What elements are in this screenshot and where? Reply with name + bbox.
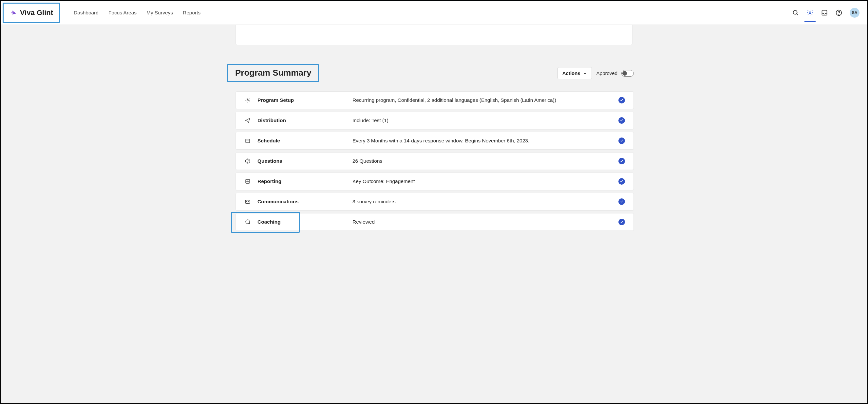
status-complete-icon xyxy=(618,178,625,184)
nav-utility-icons: SA xyxy=(792,8,860,18)
row-title: Reporting xyxy=(257,178,352,184)
row-communications[interactable]: Communications 3 survey reminders xyxy=(236,193,634,210)
approved-label: Approved xyxy=(596,70,617,76)
row-title: Communications xyxy=(257,199,352,205)
status-complete-icon xyxy=(618,97,625,103)
actions-dropdown-button[interactable]: Actions xyxy=(557,67,592,79)
nav-reports[interactable]: Reports xyxy=(183,10,200,16)
search-icon[interactable] xyxy=(792,9,799,16)
chevron-down-icon xyxy=(583,71,587,75)
row-title: Distribution xyxy=(257,117,352,124)
row-detail: 26 Questions xyxy=(352,158,618,164)
inbox-icon[interactable] xyxy=(821,9,828,16)
chat-icon xyxy=(244,219,251,225)
bar-chart-icon xyxy=(244,178,251,184)
brand-name: Viva Glint xyxy=(20,8,53,17)
row-title: Schedule xyxy=(257,138,352,144)
previous-section-card-bottom xyxy=(236,25,632,45)
row-coaching-highlight-wrap: Coaching Reviewed xyxy=(236,213,634,231)
nav-my-surveys[interactable]: My Surveys xyxy=(147,10,173,16)
calendar-icon xyxy=(244,137,251,144)
row-detail: Every 3 Months with a 14-days response w… xyxy=(352,138,618,144)
avatar-initials: SA xyxy=(852,10,858,15)
question-icon xyxy=(244,158,251,164)
mail-icon xyxy=(244,198,251,205)
row-title: Questions xyxy=(257,158,352,164)
settings-gear-icon[interactable] xyxy=(806,9,814,16)
row-program-setup[interactable]: Program Setup Recurring program, Confide… xyxy=(236,91,634,109)
program-summary-title-highlight: Program Summary xyxy=(227,64,319,82)
toggle-knob xyxy=(622,71,627,76)
status-complete-icon xyxy=(618,198,625,205)
row-distribution[interactable]: Distribution Include: Test (1) xyxy=(236,112,634,129)
svg-point-2 xyxy=(809,12,811,14)
row-detail: Recurring program, Confidential, 2 addit… xyxy=(352,97,618,103)
svg-rect-3 xyxy=(822,10,827,15)
nav-links: Dashboard Focus Areas My Surveys Reports xyxy=(74,10,200,16)
row-schedule[interactable]: Schedule Every 3 Months with a 14-days r… xyxy=(236,132,634,149)
top-navbar: Viva Glint Dashboard Focus Areas My Surv… xyxy=(1,1,867,25)
nav-dashboard[interactable]: Dashboard xyxy=(74,10,99,16)
svg-point-6 xyxy=(247,100,249,101)
status-complete-icon xyxy=(618,219,625,225)
svg-rect-7 xyxy=(246,139,250,143)
row-title: Program Setup xyxy=(257,97,352,103)
program-summary-title: Program Summary xyxy=(235,68,311,78)
send-icon xyxy=(244,117,251,124)
row-coaching[interactable]: Coaching Reviewed xyxy=(236,213,634,231)
actions-label: Actions xyxy=(562,70,581,76)
approved-toggle[interactable] xyxy=(621,70,634,77)
row-questions[interactable]: Questions 26 Questions xyxy=(236,152,634,170)
row-detail: Reviewed xyxy=(352,219,618,225)
program-summary-rows: Program Setup Recurring program, Confide… xyxy=(236,91,634,231)
row-title: Coaching xyxy=(257,219,352,225)
svg-point-9 xyxy=(248,162,248,162)
brand[interactable]: Viva Glint xyxy=(3,3,60,23)
program-summary-header: Program Summary Actions Approved xyxy=(227,64,634,82)
nav-focus-areas[interactable]: Focus Areas xyxy=(108,10,136,16)
avatar[interactable]: SA xyxy=(850,8,860,18)
status-complete-icon xyxy=(618,158,625,164)
svg-rect-11 xyxy=(245,200,250,204)
row-detail: Include: Test (1) xyxy=(352,117,618,124)
svg-line-1 xyxy=(797,14,798,15)
row-reporting[interactable]: Reporting Key Outcome: Engagement xyxy=(236,172,634,190)
viva-glint-logo-icon xyxy=(9,9,17,16)
svg-point-0 xyxy=(793,10,797,14)
status-complete-icon xyxy=(618,137,625,144)
page-body: Program Summary Actions Approved xyxy=(1,25,867,403)
status-complete-icon xyxy=(618,117,625,124)
row-detail: Key Outcome: Engagement xyxy=(352,178,618,184)
help-icon[interactable] xyxy=(835,9,842,16)
gear-icon xyxy=(244,97,251,103)
row-detail: 3 survey reminders xyxy=(352,199,618,205)
